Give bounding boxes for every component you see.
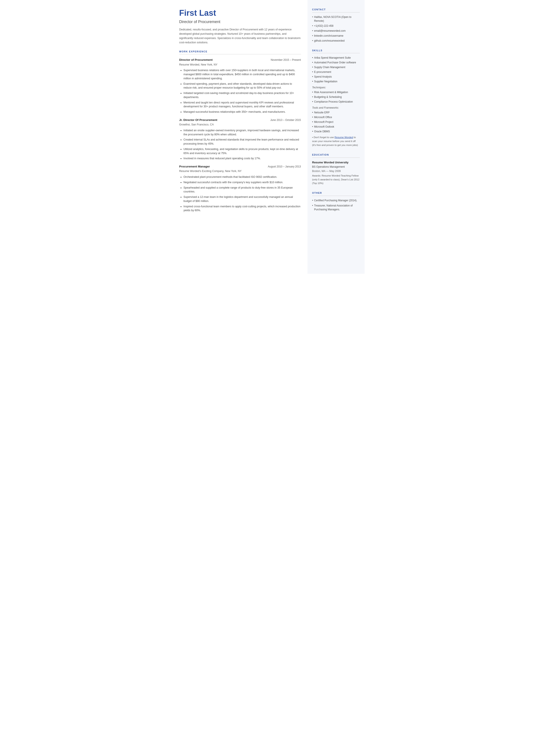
skill-1: •Ariba Spend Management Suite xyxy=(312,56,360,60)
bullet-icon: • xyxy=(312,125,313,129)
skills-label: SKILLS xyxy=(312,49,360,53)
tool-3: •Microsoft Project xyxy=(312,120,360,124)
tools-list: •Netsuite ERP •Microsoft Office •Microso… xyxy=(312,111,360,133)
job-3-bullet-5: Inspired cross-functional team members t… xyxy=(183,205,301,213)
job-1-bullet-3: Initiated targeted cost-saving meetings … xyxy=(183,91,301,99)
contact-address: • Halifax, NOVA SCOTIA (Open to Remote) xyxy=(312,15,360,23)
contact-label: CONTACT xyxy=(312,8,360,13)
edu-degree: BS Operations Management xyxy=(312,165,360,169)
job-2-header: Jr. Director Of Procurement June 2013 – … xyxy=(179,118,301,122)
bullet-icon: • xyxy=(312,95,313,99)
job-3-bullet-2: Negotiated successful contracts with the… xyxy=(183,181,301,184)
job-3-header: Procurement Manager August 2010 – Januar… xyxy=(179,164,301,169)
bullet-icon: • xyxy=(312,79,313,83)
tool-2: •Microsoft Office xyxy=(312,115,360,119)
tools-label: Tools and Frameworks: xyxy=(312,106,360,110)
job-1-dates: November 2015 – Present xyxy=(270,58,301,62)
other-section: OTHER • Certified Purchasing Manager (20… xyxy=(312,191,360,211)
left-column: First Last Director of Procurement Dedic… xyxy=(171,0,307,274)
job-1-company: Resume Worded, New York, NY xyxy=(179,63,301,67)
job-2-title: Jr. Director Of Procurement xyxy=(179,118,217,122)
bullet-icon: • xyxy=(312,29,313,33)
work-experience-label: WORK EXPERIENCE xyxy=(179,50,301,55)
bullet-icon: • xyxy=(312,204,313,208)
skills-main-list: •Ariba Spend Management Suite •Automated… xyxy=(312,56,360,83)
job-1-title: Director of Procurement xyxy=(179,58,213,62)
bullet-icon: • xyxy=(312,199,313,202)
technique-2: •Budgeting & Scheduling xyxy=(312,95,360,99)
job-3-title: Procurement Manager xyxy=(179,164,210,169)
skills-section: SKILLS •Ariba Spend Management Suite •Au… xyxy=(312,49,360,147)
job-1-bullets: Supervised business relations with over … xyxy=(179,68,301,114)
skill-6: •Supplier Negotiation xyxy=(312,79,360,83)
job-3-company: Resume Worded's Exciting Company, New Yo… xyxy=(179,169,301,173)
job-3-bullets: Orchestrated plant procurement methods t… xyxy=(179,175,301,212)
job-1: Director of Procurement November 2015 – … xyxy=(179,58,301,114)
job-1-bullet-4: Mentored and taught ten direct reports a… xyxy=(183,101,301,109)
technique-1: •Risk Assessment & Mitigation xyxy=(312,90,360,94)
job-2-bullet-2: Created internal SLAs and achieved stand… xyxy=(183,138,301,146)
edu-school: Resume Worded University xyxy=(312,160,360,165)
right-column: CONTACT • Halifax, NOVA SCOTIA (Open to … xyxy=(307,0,365,274)
techniques-list: •Risk Assessment & Mitigation •Budgeting… xyxy=(312,90,360,104)
bullet-icon: • xyxy=(312,65,313,69)
resume-page: First Last Director of Procurement Dedic… xyxy=(171,0,365,274)
linkedin-link[interactable]: linkedin.com/in/username xyxy=(314,34,344,38)
contact-github: • github.com/resumeworded xyxy=(312,39,360,43)
github-link[interactable]: github.com/resumeworded xyxy=(314,39,345,43)
candidate-title: Director of Procurement xyxy=(179,19,301,25)
job-3-dates: August 2010 – January 2013 xyxy=(268,165,301,169)
other-item-2: • Treasurer, National Association of Pur… xyxy=(312,204,360,211)
scan-note: • Don't forget to use Resume Worded to s… xyxy=(312,136,360,147)
skill-5: •Spend Analysis xyxy=(312,75,360,79)
bullet-icon: • xyxy=(312,75,313,79)
bullet-icon: • xyxy=(312,136,313,139)
contact-phone: • +1(432)-222-458 xyxy=(312,24,360,28)
contact-linkedin: • linkedin.com/in/username xyxy=(312,34,360,38)
contact-section: CONTACT • Halifax, NOVA SCOTIA (Open to … xyxy=(312,8,360,43)
tool-1: •Netsuite ERP xyxy=(312,111,360,114)
job-2-bullets: Initiated an onsite supplier-owned inven… xyxy=(179,128,301,160)
bullet-icon: • xyxy=(312,15,313,19)
job-2-bullet-3: Utilized analytics, forecasting, and neg… xyxy=(183,147,301,155)
contact-email: • email@resumeworded.com xyxy=(312,29,360,33)
job-1-bullet-2: Examined spending, payment plans, and ot… xyxy=(183,82,301,90)
job-3-bullet-1: Orchestrated plant procurement methods t… xyxy=(183,175,301,179)
bullet-icon: • xyxy=(312,129,313,133)
skill-2: •Automated Purchase Order software xyxy=(312,61,360,65)
tool-5: •Oracle DBMS xyxy=(312,129,360,133)
bullet-icon: • xyxy=(312,61,313,65)
skill-3: •Supply Chain Management xyxy=(312,65,360,69)
edu-date: Boston, MA — May 2009 xyxy=(312,169,360,173)
bullet-icon: • xyxy=(312,24,313,28)
job-3: Procurement Manager August 2010 – Januar… xyxy=(179,164,301,212)
education-label: EDUCATION xyxy=(312,153,360,158)
bullet-icon: • xyxy=(312,39,313,43)
bullet-icon: • xyxy=(312,34,313,38)
job-2-company: Growthsi, San Francisco, CA xyxy=(179,123,301,127)
job-1-header: Director of Procurement November 2015 – … xyxy=(179,58,301,62)
technique-3: •Compliance Process Optimization xyxy=(312,100,360,104)
bullet-icon: • xyxy=(312,111,313,114)
job-1-bullet-1: Supervised business relations with over … xyxy=(183,68,301,80)
resume-worded-link[interactable]: Resume Worded xyxy=(335,136,353,139)
education-section: EDUCATION Resume Worded University BS Op… xyxy=(312,153,360,185)
bullet-icon: • xyxy=(312,120,313,124)
techniques-label: Techniques: xyxy=(312,86,360,90)
bullet-icon: • xyxy=(312,56,313,60)
job-3-bullet-3: Spearheaded and supplied a complete rang… xyxy=(183,186,301,194)
candidate-name: First Last xyxy=(179,9,301,18)
bullet-icon: • xyxy=(312,100,313,104)
email-link[interactable]: email@resumeworded.com xyxy=(314,29,346,33)
job-2-dates: June 2013 – October 2015 xyxy=(270,118,301,122)
other-label: OTHER xyxy=(312,191,360,196)
candidate-summary: Dedicated, results-focused, and proactiv… xyxy=(179,27,301,44)
skill-4: •E-procurement xyxy=(312,70,360,74)
edu-awards: Awards: Resume Worded Teaching Fellow (o… xyxy=(312,174,360,185)
job-1-bullet-5: Managed successful business relationship… xyxy=(183,110,301,114)
bullet-icon: • xyxy=(312,70,313,74)
job-3-bullet-4: Supervised a 12-man team in the logistic… xyxy=(183,195,301,203)
job-2-bullet-4: Involved in measures that reduced plant … xyxy=(183,156,301,160)
other-item-1: • Certified Purchasing Manager (2014). xyxy=(312,199,360,202)
bullet-icon: • xyxy=(312,90,313,94)
